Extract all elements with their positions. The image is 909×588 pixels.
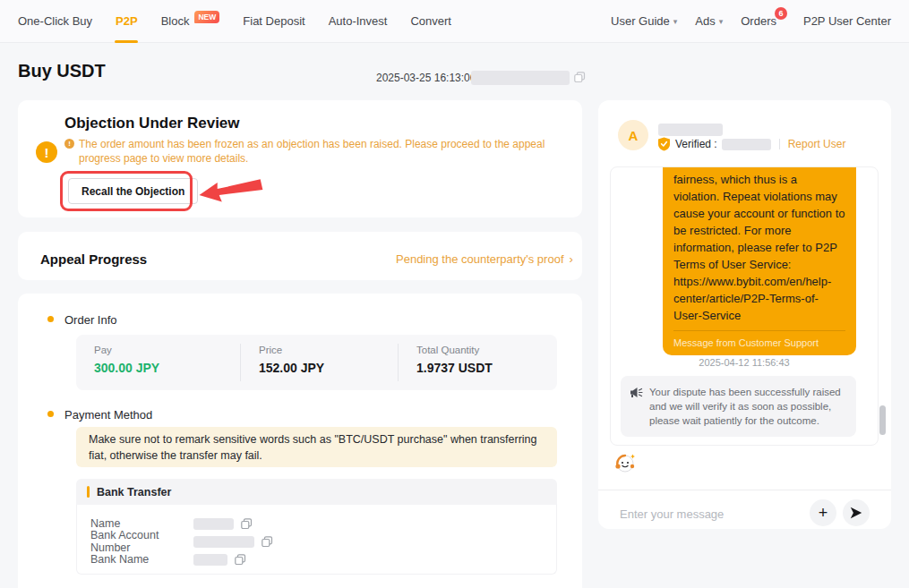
caret-down-icon: ▾	[673, 17, 678, 26]
field-value: 300.00 JPY	[94, 361, 240, 375]
avatar[interactable]: A	[618, 120, 648, 150]
chat-message-input[interactable]	[620, 503, 790, 524]
redacted-value	[193, 554, 227, 566]
bank-transfer-header: Bank Transfer	[76, 479, 557, 505]
system-message-text: Your dispute has been successfully raise…	[649, 385, 845, 428]
redacted-value	[193, 518, 234, 530]
nav-p2p-user-center[interactable]: P2P User Center	[803, 0, 891, 43]
copy-icon[interactable]	[262, 536, 273, 548]
warning-exclamation-icon: !	[36, 141, 57, 163]
copy-icon[interactable]	[241, 518, 253, 530]
attach-plus-button[interactable]: +	[810, 499, 836, 526]
objection-message-text: The order amount has been frozen as an o…	[79, 137, 555, 166]
order-info-bullet	[47, 316, 54, 322]
nav-fiat-deposit[interactable]: Fiat Deposit	[243, 0, 304, 43]
verified-shield-icon	[657, 137, 671, 151]
objection-message: ! The order amount has been frozen as an…	[64, 137, 555, 166]
chevron-right-icon: ›	[570, 252, 573, 266]
nav-orders-label: Orders	[741, 14, 776, 28]
system-message-bubble: Your dispute has been successfully raise…	[621, 376, 856, 437]
bank-transfer-title: Bank Transfer	[97, 486, 171, 499]
bank-row-value	[193, 536, 273, 548]
recall-objection-button[interactable]: Recall the Objection	[68, 178, 198, 204]
bank-transfer-body: Name Bank Account Number	[76, 505, 557, 575]
send-message-button[interactable]	[843, 499, 870, 526]
verified-value-redacted	[722, 139, 771, 150]
orders-count-badge: 6	[775, 7, 787, 20]
chat-messages-area[interactable]: fairness, which thus is a violation. Rep…	[610, 166, 879, 446]
copy-icon[interactable]	[574, 72, 586, 83]
bank-row-label: Bank Name	[90, 553, 193, 566]
divider	[779, 139, 780, 149]
field-label: Pay	[94, 345, 240, 355]
counterparty-name-redacted	[658, 124, 723, 136]
bank-row-label: Name	[90, 517, 193, 530]
page-title: Buy USDT	[18, 61, 106, 81]
megaphone-icon	[630, 386, 643, 399]
accent-bar	[87, 486, 90, 498]
bank-row-value	[193, 518, 253, 530]
objection-title: Objection Under Review	[64, 115, 240, 132]
nav-ads[interactable]: Ads ▾	[695, 0, 723, 43]
bank-transfer-box: Bank Transfer Name Bank Account Number	[76, 479, 557, 575]
verified-row: Verified : Report User	[657, 137, 845, 151]
support-message-footer: Message from Customer Support	[673, 330, 845, 348]
appeal-status-link[interactable]: Pending the counterparty's proof ›	[396, 252, 573, 266]
info-icon: !	[64, 139, 74, 149]
order-field-total-quantity: Total Quantity 1.9737 USDT	[399, 335, 557, 390]
bank-row-label: Bank Account Number	[90, 529, 193, 554]
order-field-price: Price 152.00 JPY	[241, 335, 398, 390]
order-info-strip: Pay 300.00 JPY Price 152.00 JPY Total Qu…	[76, 335, 557, 390]
divider	[598, 490, 891, 490]
bank-row-value	[193, 554, 246, 566]
order-info-label: Order Info	[64, 313, 117, 327]
order-number-redacted	[471, 71, 570, 85]
nav-user-guide[interactable]: User Guide ▾	[611, 0, 677, 43]
nav-convert[interactable]: Convert	[410, 0, 451, 43]
nav-user-guide-label: User Guide	[611, 14, 670, 28]
nav-right-group: User Guide ▾ Ads ▾ Orders 6 P2P User Cen…	[611, 0, 891, 43]
bank-row-bank-name: Bank Name	[90, 550, 556, 568]
chat-panel: A Verified : Report User fairness, which…	[598, 100, 891, 529]
copy-icon[interactable]	[235, 554, 246, 566]
bank-row-account-number: Bank Account Number	[90, 533, 556, 550]
new-badge: NEW	[194, 11, 219, 23]
order-field-pay: Pay 300.00 JPY	[76, 335, 240, 390]
support-message-text: fairness, which thus is a violation. Rep…	[673, 171, 845, 324]
verified-label: Verified :	[675, 138, 717, 150]
nav-left-group: One-Click Buy P2P Block NEW Fiat Deposit…	[18, 0, 451, 43]
payment-notice: Make sure not to remark sensitive words …	[76, 427, 557, 467]
nav-one-click-buy[interactable]: One-Click Buy	[18, 0, 92, 43]
report-user-link[interactable]: Report User	[788, 138, 846, 150]
support-bot-emoji-icon[interactable]	[613, 451, 637, 474]
nav-orders[interactable]: Orders 6	[741, 0, 776, 43]
payment-notice-text: Make sure not to remark sensitive words …	[89, 431, 545, 464]
payment-method-bullet	[47, 411, 54, 417]
top-nav: One-Click Buy P2P Block NEW Fiat Deposit…	[0, 0, 909, 43]
field-label: Total Quantity	[416, 345, 557, 355]
nav-ads-label: Ads	[695, 14, 715, 28]
appeal-progress-title: Appeal Progress	[40, 251, 147, 267]
caret-down-icon: ▾	[719, 17, 724, 26]
order-timestamp: 2025-03-25 16:13:06	[376, 72, 476, 84]
support-message-bubble: fairness, which thus is a violation. Rep…	[663, 167, 856, 355]
p2p-order-page: One-Click Buy P2P Block NEW Fiat Deposit…	[0, 0, 909, 588]
send-icon	[849, 506, 863, 520]
field-label: Price	[259, 345, 398, 355]
nav-block[interactable]: Block NEW	[161, 0, 220, 43]
chat-timestamp: 2025-04-12 11:56:43	[611, 357, 878, 368]
chat-scrollbar[interactable]	[879, 405, 886, 435]
appeal-status-text: Pending the counterparty's proof	[396, 252, 564, 266]
redacted-value	[193, 536, 254, 548]
nav-auto-invest[interactable]: Auto-Invest	[329, 0, 388, 43]
annotation-arrow-icon	[198, 175, 264, 204]
field-value: 152.00 JPY	[259, 361, 398, 375]
field-value: 1.9737 USDT	[416, 361, 557, 375]
nav-p2p[interactable]: P2P	[116, 0, 138, 43]
nav-block-label: Block	[161, 14, 190, 28]
payment-method-label: Payment Method	[64, 408, 152, 422]
